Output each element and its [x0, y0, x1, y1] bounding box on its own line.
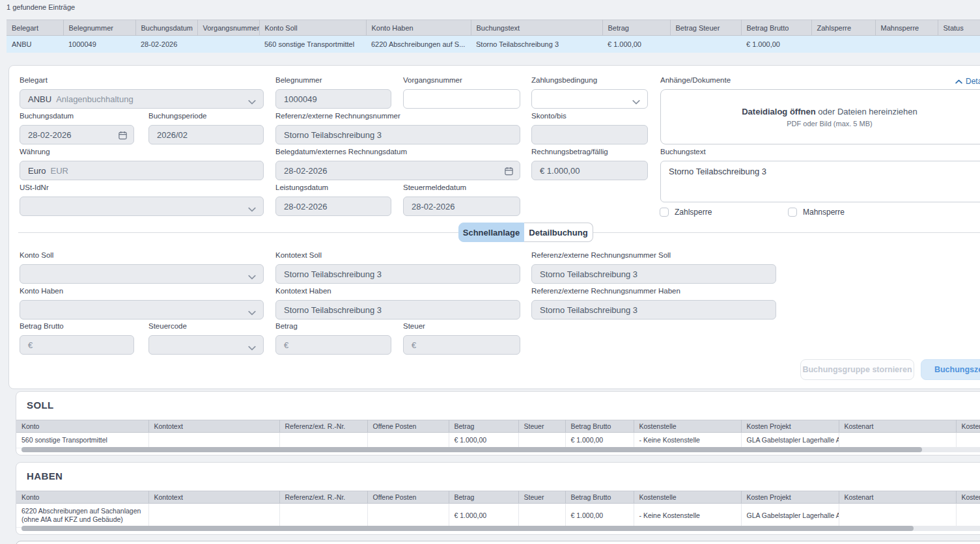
soll-cell-kontotext — [148, 433, 279, 448]
kontotext-soll-label: Kontotext Soll — [275, 251, 520, 260]
steuer-field[interactable]: € — [403, 335, 520, 355]
haben-cell-kostentraeger — [956, 504, 980, 528]
tab-detailbuchung[interactable]: Detailbuchung — [524, 223, 593, 242]
belegdatum-field[interactable]: 28-02-2026 — [275, 161, 520, 180]
col-konto-haben[interactable]: Konto Haben — [366, 20, 471, 36]
ust-idnr-group: USt-IdNr — [20, 184, 264, 216]
col-betrag-brutto[interactable]: Betrag Brutto — [741, 20, 811, 36]
haben-cell-kostenstelle: - Keine Kostenstelle — [634, 504, 741, 528]
dropzone-open-dialog-link[interactable]: Dateidialog öffnen — [742, 107, 815, 116]
add-booking-line-button[interactable]: Buchungszeile — [921, 359, 980, 380]
calendar-icon[interactable] — [504, 166, 514, 178]
chevron-down-icon — [248, 272, 256, 282]
steuercode-group: Steuercode — [148, 322, 264, 355]
zahlungsbedingung-label: Zahlungsbedingung — [531, 76, 648, 85]
waehrung-field[interactable]: Euro EUR — [20, 161, 264, 180]
konto-soll-label: Konto Soll — [20, 251, 264, 260]
betrag-brutto-field[interactable]: € — [20, 335, 134, 355]
col-betrag-steuer[interactable]: Betrag Steuer — [670, 20, 741, 36]
soll-col-kontotext: Kontotext — [148, 420, 279, 433]
steuercode-select[interactable] — [148, 335, 264, 355]
referenz-haben-field[interactable]: Storno Teilabschreibung 3 — [531, 300, 776, 320]
haben-scrollbar-thumb[interactable] — [21, 526, 914, 531]
haben-card: HABEN Konto Kontotext Referenz/ext. R.-N… — [16, 462, 980, 535]
cell-mahnsperre — [875, 36, 938, 53]
betrag-brutto-placeholder: € — [28, 340, 33, 350]
buchungsperiode-field[interactable]: 2026/02 — [148, 125, 264, 144]
col-betrag[interactable]: Betrag — [602, 20, 670, 36]
anhaenge-label: Anhänge/Dokumente — [660, 76, 980, 85]
steuermeldedatum-label: Steuermeldedatum — [403, 184, 520, 192]
betrag-label: Betrag — [275, 322, 391, 331]
buchungsdatum-field[interactable]: 28-02-2026 — [20, 125, 134, 144]
booking-mode-tabs: Schnellanlage Detailbuchung — [458, 223, 593, 242]
skonto-field[interactable] — [531, 125, 648, 144]
tab-schnellanlage[interactable]: Schnellanlage — [458, 223, 524, 242]
ust-idnr-select[interactable] — [20, 197, 264, 216]
details-toggle-link[interactable]: Details — [955, 77, 980, 86]
col-status[interactable]: Status — [938, 20, 980, 36]
kontotext-haben-label: Kontotext Haben — [275, 287, 520, 295]
col-buchungstext[interactable]: Buchungstext — [471, 20, 602, 36]
mahnsperre-checkbox[interactable] — [788, 208, 797, 217]
belegdatum-value: 28-02-2026 — [284, 166, 328, 176]
results-count: 1 gefundene Einträge — [7, 3, 75, 11]
results-header-row: Belegart Belegnummer Buchungsdatum Vorga… — [7, 20, 980, 36]
anhaenge-group: Anhänge/Dokumente Dateidialog öffnen ode… — [660, 76, 980, 144]
buchungstext-textarea[interactable]: Storno Teilabschreibung 3 — [660, 161, 980, 202]
dropzone-hint: PDF oder Bild (max. 5 MB) — [787, 120, 872, 128]
kontotext-soll-field[interactable]: Storno Teilabschreibung 3 — [275, 264, 520, 284]
calendar-icon[interactable] — [118, 130, 128, 143]
soll-title: SOLL — [27, 400, 54, 411]
rechnungsbetrag-group: Rechnungsbetrag/fällig € 1.000,00 — [531, 148, 648, 180]
referenz-haben-value: Storno Teilabschreibung 3 — [540, 305, 637, 315]
referenz-value: Storno Teilabschreibung 3 — [284, 130, 382, 140]
steuer-placeholder: € — [412, 340, 416, 350]
haben-cell-kontotext — [148, 504, 279, 528]
konto-haben-group: Konto Haben — [20, 287, 264, 320]
file-dropzone[interactable]: Dateidialog öffnen oder Dateien hereinzi… — [660, 89, 980, 144]
belegart-select[interactable]: ANBU Anlagenbuchhaltung — [20, 89, 264, 109]
col-konto-soll[interactable]: Konto Soll — [259, 20, 366, 36]
zahlsperre-checkbox[interactable] — [660, 208, 669, 217]
soll-cell-betrag-brutto: € 1.000,00 — [565, 433, 634, 448]
referenz-soll-field[interactable]: Storno Teilabschreibung 3 — [531, 264, 776, 284]
betrag-field[interactable]: € — [275, 335, 391, 355]
rechnungsbetrag-field[interactable]: € 1.000,00 — [531, 161, 648, 180]
col-mahnsperre[interactable]: Mahnsperre — [875, 20, 938, 36]
vorgangsnummer-field[interactable] — [403, 89, 520, 109]
leistungsdatum-group: Leistungsdatum 28-02-2026 — [275, 184, 391, 216]
storno-group-button[interactable]: Buchungsgruppe stornieren — [800, 359, 914, 380]
steuer-group: Steuer € — [403, 322, 520, 355]
belegnummer-field[interactable]: 1000049 — [275, 89, 391, 109]
referenz-soll-value: Storno Teilabschreibung 3 — [540, 269, 637, 279]
col-belegnummer[interactable]: Belegnummer — [63, 20, 135, 36]
kontotext-soll-group: Kontotext Soll Storno Teilabschreibung 3 — [275, 251, 520, 284]
konto-haben-select[interactable] — [20, 300, 264, 320]
buchungstext-label: Buchungstext — [660, 148, 980, 156]
leistungsdatum-field[interactable]: 28-02-2026 — [275, 197, 391, 216]
soll-scrollbar-thumb[interactable] — [21, 447, 922, 452]
haben-col-offene-posten: Offene Posten — [367, 491, 449, 504]
steuermeldedatum-field[interactable]: 28-02-2026 — [403, 197, 520, 216]
haben-row[interactable]: 6220 Abschreibungen auf Sachanlagen (ohn… — [16, 504, 980, 528]
konto-soll-select[interactable] — [20, 264, 264, 284]
zahlungsbedingung-select[interactable] — [531, 89, 648, 109]
soll-cell-kostenstelle: - Keine Kostenstelle — [634, 433, 741, 448]
col-belegart[interactable]: Belegart — [7, 20, 63, 36]
soll-cell-kostenart — [839, 433, 956, 448]
col-buchungsdatum[interactable]: Buchungsdatum — [135, 20, 197, 36]
results-row-selected[interactable]: ANBU 1000049 28-02-2026 560 sonstige Tra… — [7, 36, 980, 53]
soll-row[interactable]: 560 sonstige Transportmittel € 1.000,00 … — [16, 433, 980, 448]
soll-col-kostenstelle: Kostenstelle — [634, 420, 741, 433]
cell-betrag-brutto: € 1.000,00 — [741, 36, 811, 53]
leistungsdatum-value: 28-02-2026 — [284, 202, 328, 211]
konto-haben-label: Konto Haben — [20, 287, 264, 295]
zahlsperre-checkbox-label: Zahlsperre — [675, 208, 712, 217]
col-vorgangsnummer[interactable]: Vorgangsnummer — [197, 20, 259, 36]
details-link-label: Details — [966, 77, 980, 86]
betrag-group: Betrag € — [275, 322, 391, 355]
kontotext-haben-field[interactable]: Storno Teilabschreibung 3 — [275, 300, 520, 320]
col-zahlsperre[interactable]: Zahlsperre — [811, 20, 875, 36]
referenz-field[interactable]: Storno Teilabschreibung 3 — [275, 125, 520, 144]
